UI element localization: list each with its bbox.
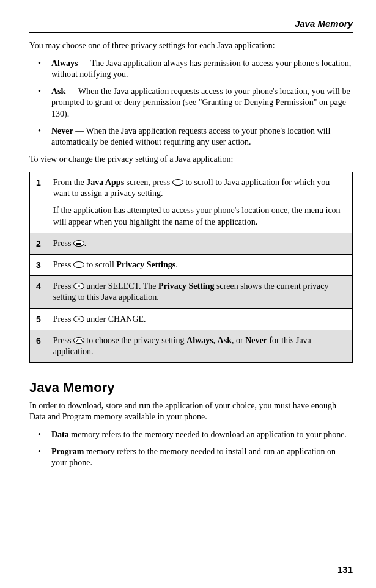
step-body: Press under SELECT. The Privacy Setting … [47, 276, 353, 308]
text: screen, press [124, 178, 172, 187]
step-row-6: 6 Press to choose the privacy setting Al… [30, 330, 353, 362]
step-number: 4 [30, 276, 47, 308]
text-bold: Privacy Setting [158, 281, 214, 291]
text-bold: Ask [218, 336, 232, 345]
text: Press [53, 336, 73, 345]
text: From the [53, 178, 86, 187]
term: Program [51, 447, 84, 456]
desc: memory refers to the memory needed to do… [69, 430, 347, 439]
term: Never [51, 126, 73, 136]
text: . [175, 260, 178, 269]
desc: memory refers to the memory needed to in… [51, 447, 336, 467]
step-number: 2 [30, 233, 47, 254]
privacy-options-list: Always — The Java application always has… [29, 58, 353, 148]
step-row-3: 3 Press to scroll Privacy Settings. [30, 255, 353, 276]
step-number: 5 [30, 308, 47, 330]
step-row-5: 5 Press under CHANGE. [30, 308, 353, 330]
step-row-1: 1 From the Java Apps screen, press to sc… [30, 172, 353, 233]
step-number: 6 [30, 330, 47, 362]
select-icon [73, 283, 84, 289]
text: Press [53, 239, 73, 248]
step-body: Press . [47, 233, 353, 254]
text-bold: Java Apps [86, 178, 124, 187]
text: , or [232, 336, 245, 345]
scroll-icon [73, 261, 84, 268]
text: . [84, 239, 87, 248]
header-rule [29, 32, 353, 33]
text: If the application has attempted to acce… [53, 206, 341, 226]
scroll-icon [172, 179, 183, 186]
term: Always [51, 59, 78, 68]
text: Press [53, 260, 73, 269]
text: under CHANGE. [84, 314, 146, 324]
memory-item-program: Program memory refers to the memory need… [38, 446, 353, 468]
header-running-title: Java Memory [29, 18, 353, 29]
text-bold: Always [186, 336, 213, 345]
text-bold: Privacy Settings [116, 260, 175, 269]
step-body: Press under CHANGE. [47, 308, 353, 330]
desc: — When the Java application requests acc… [51, 87, 350, 118]
select-icon [73, 316, 84, 322]
text: Press [53, 314, 73, 324]
text: to choose the privacy setting [84, 336, 186, 345]
java-memory-heading: Java Memory [29, 380, 353, 396]
view-change-intro: To view or change the privacy setting of… [29, 154, 353, 165]
text: under SELECT. The [84, 281, 158, 291]
step-body: Press to choose the privacy setting Alwa… [47, 330, 353, 362]
menu-icon [73, 240, 84, 247]
privacy-option-never: Never — When the Java application reques… [38, 126, 353, 148]
step-row-2: 2 Press . [30, 233, 353, 254]
desc: — When the Java application requests acc… [51, 126, 330, 147]
privacy-option-ask: Ask — When the Java application requests… [38, 86, 353, 120]
text-bold: Never [245, 336, 267, 345]
text: Press [53, 281, 73, 291]
step-body: Press to scroll Privacy Settings. [47, 255, 353, 276]
memory-intro: In order to download, store and run the … [29, 401, 353, 423]
privacy-intro: You may choose one of three privacy sett… [29, 40, 353, 52]
text: to scroll [84, 260, 117, 269]
memory-item-data: Data memory refers to the memory needed … [38, 429, 353, 440]
step-number: 3 [30, 255, 47, 276]
desc: — The Java application always has permis… [51, 59, 351, 79]
step-body: From the Java Apps screen, press to scro… [47, 172, 353, 233]
privacy-option-always: Always — The Java application always has… [38, 58, 353, 80]
text: , [213, 336, 218, 345]
term: Data [51, 430, 69, 439]
page-number: 131 [337, 564, 353, 575]
steps-table: 1 From the Java Apps screen, press to sc… [29, 172, 353, 363]
term: Ask [51, 87, 65, 96]
scroll-icon [73, 337, 84, 344]
step-number: 1 [30, 172, 47, 233]
step-row-4: 4 Press under SELECT. The Privacy Settin… [30, 276, 353, 308]
memory-list: Data memory refers to the memory needed … [29, 429, 353, 469]
